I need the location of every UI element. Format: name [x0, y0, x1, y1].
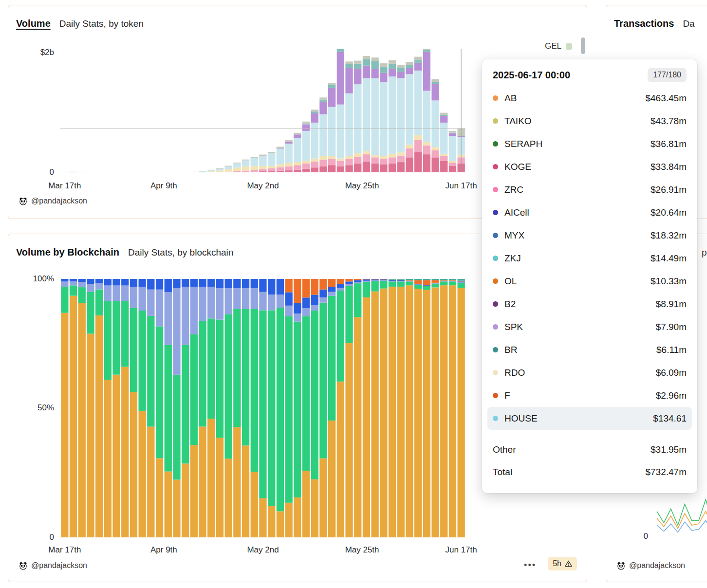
- blockchain-x-axis: Mar 17thApr 9thMay 2ndMay 25thJun 17th: [60, 545, 465, 556]
- other-label: Other: [493, 444, 651, 455]
- series-name: SPK: [504, 322, 656, 332]
- transactions-panel-subtitle: Da: [683, 18, 694, 29]
- series-name: MYX: [504, 230, 651, 241]
- x-axis-tick: Mar 17th: [48, 545, 81, 555]
- series-color-dot: [493, 347, 498, 352]
- other-value: $31.95m: [651, 444, 687, 455]
- x-axis-tick: May 2nd: [247, 545, 279, 555]
- series-value: $18.32m: [651, 230, 687, 241]
- staleness-age: 5h: [553, 559, 561, 568]
- attribution[interactable]: @pandajackson: [19, 561, 87, 570]
- series-value: $14.49m: [651, 253, 687, 264]
- series-value: $33.84m: [651, 162, 687, 172]
- series-color-dot: [493, 370, 498, 375]
- series-name: SERAPH: [504, 139, 651, 149]
- series-name: AB: [504, 93, 645, 104]
- x-axis-tick: Jun 17th: [445, 545, 477, 555]
- tooltip-row-KOGE: KOGE$33.84m: [493, 155, 687, 178]
- blockchain-stacked-bar-chart[interactable]: [60, 279, 465, 537]
- tooltip-row-AB: AB$463.45m: [493, 87, 687, 110]
- series-value: $134.61: [653, 413, 687, 424]
- y-axis-label-0: 0: [629, 532, 648, 541]
- volume-x-axis: Mar 17thApr 9thMay 2ndMay 25thJun 17th: [60, 181, 465, 192]
- more-options-icon[interactable]: •••: [524, 560, 536, 570]
- blockchain-panel-subtitle: Daily Stats, by blockchain: [128, 247, 234, 258]
- tooltip-row-F: F$2.96m: [493, 384, 687, 407]
- series-name: B2: [504, 299, 656, 310]
- tooltip-row-BR: BR$6.11m: [493, 338, 687, 361]
- series-value: $20.64m: [651, 207, 687, 218]
- token-legend[interactable]: GEL: [545, 41, 572, 51]
- series-color-dot: [493, 187, 498, 192]
- tooltip-row-ZKJ: ZKJ$14.49m: [493, 247, 687, 270]
- legend-color-swatch: [566, 43, 572, 50]
- tooltip-row-ZRC: ZRC$26.91m: [493, 178, 687, 201]
- attribution-handle: @pandajackson: [629, 561, 685, 570]
- x-axis-tick: Jun 17th: [445, 181, 477, 191]
- panda-icon: [617, 562, 625, 570]
- series-name: HOUSE: [504, 413, 653, 424]
- series-value: $36.81m: [651, 139, 687, 149]
- series-value: $10.33m: [651, 276, 687, 287]
- transactions-line-chart[interactable]: [657, 488, 707, 538]
- series-color-dot: [493, 324, 498, 330]
- staleness-badge[interactable]: 5h: [548, 557, 577, 570]
- series-value: $7.90m: [656, 322, 687, 332]
- panda-icon: [19, 197, 27, 205]
- series-name: BR: [504, 345, 656, 355]
- series-color-dot: [493, 210, 498, 215]
- transactions-panel-title[interactable]: Transactions: [614, 18, 674, 29]
- series-color-dot: [493, 164, 498, 169]
- volume-panel-header: Volume Daily Stats, by token: [16, 18, 144, 29]
- tooltip-row-SERAPH: SERAPH$36.81m: [493, 132, 687, 155]
- series-name: OL: [504, 276, 651, 287]
- x-axis-tick: Apr 9th: [150, 545, 177, 555]
- attribution[interactable]: @pandajackson: [617, 561, 685, 570]
- series-color-dot: [493, 95, 498, 101]
- chart-tooltip: 2025-06-17 00:00 177/180 AB$463.45mTAIKO…: [482, 59, 697, 493]
- series-name: TAIKO: [504, 116, 651, 127]
- series-name: RDO: [504, 368, 656, 378]
- tooltip-header: 2025-06-17 00:00 177/180: [493, 68, 687, 82]
- series-value: $2.96m: [656, 390, 687, 401]
- tooltip-total-row: Total $732.47m: [493, 461, 687, 483]
- series-color-dot: [493, 301, 498, 307]
- legend-scrollbar[interactable]: [581, 37, 585, 54]
- series-name: ZKJ: [504, 253, 651, 264]
- series-name: AICell: [504, 207, 651, 218]
- blockchain-panel-title[interactable]: Volume by Blockchain: [16, 247, 119, 258]
- total-label: Total: [493, 467, 645, 478]
- transactions-panel-header: Transactions Da: [614, 18, 695, 29]
- y-axis-label-100: 100%: [17, 274, 54, 284]
- series-color-dot: [493, 278, 498, 284]
- attribution-handle: @pandajackson: [31, 197, 87, 205]
- attribution-handle: @pandajackson: [31, 561, 87, 570]
- x-axis-tick: Mar 17th: [48, 181, 81, 191]
- series-value: $26.91m: [651, 184, 687, 195]
- volume-panel-title[interactable]: Volume: [16, 18, 51, 29]
- tooltip-row-AICell: AICell$20.64m: [493, 201, 687, 224]
- series-value: $463.45m: [645, 93, 687, 104]
- series-name: KOGE: [504, 162, 651, 172]
- volume-stacked-bar-chart[interactable]: [60, 49, 465, 172]
- series-value: $6.09m: [656, 368, 687, 378]
- series-name: ZRC: [504, 184, 651, 195]
- x-axis-tick: May 25th: [345, 545, 379, 555]
- attribution[interactable]: @pandajackson: [19, 197, 87, 205]
- volume-panel-subtitle: Daily Stats, by token: [59, 18, 144, 29]
- series-value: $8.91m: [656, 299, 687, 310]
- series-color-dot: [493, 256, 498, 261]
- tooltip-series-counter: 177/180: [648, 68, 687, 82]
- tooltip-row-B2: B2$8.91m: [493, 293, 687, 315]
- tooltip-row-OL: OL$10.33m: [493, 270, 687, 293]
- blockchain-panel-header: Volume by Blockchain Daily Stats, by blo…: [16, 247, 233, 258]
- panel-title-fragment: p: [702, 247, 707, 258]
- series-value: $43.78m: [651, 116, 687, 127]
- tooltip-row-TAIKO: TAIKO$43.78m: [493, 110, 687, 132]
- series-color-dot: [493, 118, 498, 124]
- x-axis-tick: May 2nd: [247, 181, 279, 191]
- legend-item-label[interactable]: GEL: [545, 41, 561, 51]
- series-color-dot: [493, 416, 498, 421]
- series-value: $6.11m: [656, 345, 687, 355]
- tooltip-other-row: Other $31.95m: [493, 439, 687, 461]
